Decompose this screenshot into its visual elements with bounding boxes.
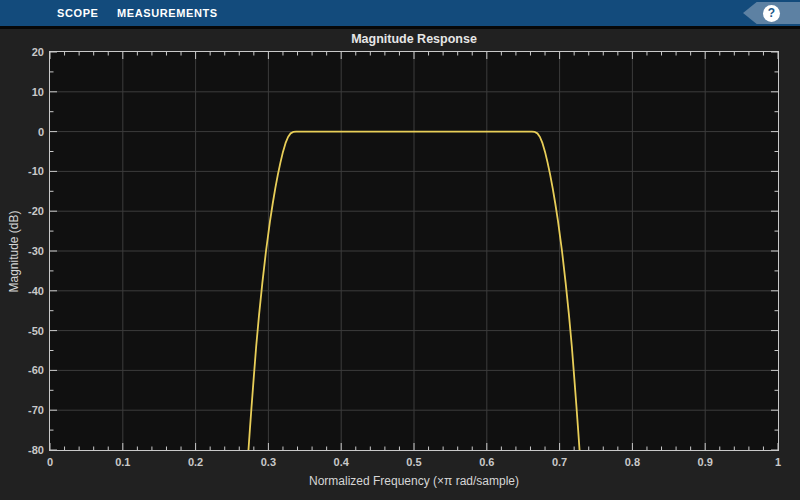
plot-canvas (50, 52, 778, 450)
figure-area: Magnitude Response Normalized Frequency … (0, 29, 800, 500)
y-tick-label: -50 (4, 325, 44, 337)
y-tick-label: 0 (4, 126, 44, 138)
x-tick-label: 1 (775, 456, 781, 468)
y-tick-label: 10 (4, 86, 44, 98)
y-tick-label: -80 (4, 444, 44, 456)
x-tick-label: 0.5 (406, 456, 421, 468)
x-tick-label: 0.2 (188, 456, 203, 468)
x-tick-label: 0.7 (552, 456, 567, 468)
toolstrip: SCOPE MEASUREMENTS (0, 0, 800, 26)
y-tick-label: -70 (4, 404, 44, 416)
x-tick-label: 0.4 (334, 456, 349, 468)
x-tick-label: 0.6 (479, 456, 494, 468)
x-tick-label: 0.8 (625, 456, 640, 468)
y-tick-label: -40 (4, 285, 44, 297)
y-tick-label: -10 (4, 165, 44, 177)
help-icon: ? (763, 5, 780, 22)
tab-scope[interactable]: SCOPE (57, 0, 99, 26)
x-tick-label: 0 (47, 456, 53, 468)
y-tick-label: -20 (4, 205, 44, 217)
x-axis-label: Normalized Frequency (×π rad/sample) (49, 474, 779, 488)
magnitude-response-plot[interactable] (49, 51, 779, 451)
toolstrip-divider (0, 26, 800, 29)
y-tick-label: -60 (4, 364, 44, 376)
plot-title: Magnitude Response (49, 32, 779, 46)
y-tick-label: 20 (4, 46, 44, 58)
y-tick-label: -30 (4, 245, 44, 257)
x-tick-label: 0.1 (115, 456, 130, 468)
x-tick-label: 0.3 (261, 456, 276, 468)
x-tick-label: 0.9 (698, 456, 713, 468)
tab-measurements[interactable]: MEASUREMENTS (117, 0, 218, 26)
